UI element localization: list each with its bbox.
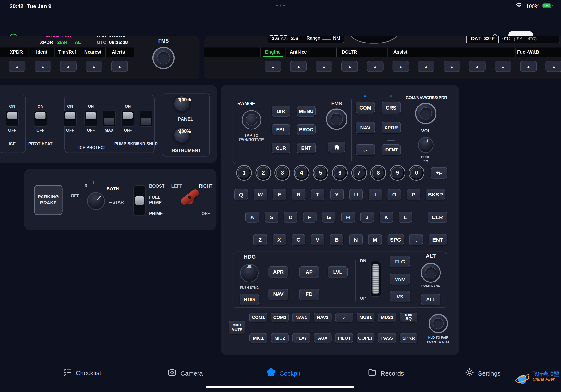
crs-button[interactable]: CRS (381, 102, 400, 113)
letter-key[interactable]: S (265, 211, 278, 223)
digit-key[interactable]: 4 (295, 166, 308, 179)
windshield-switch[interactable] (135, 104, 157, 133)
letter-key[interactable]: V (311, 234, 324, 245)
squelch-knob[interactable] (418, 137, 434, 153)
clear-key[interactable]: CLR (428, 211, 447, 223)
letter-key[interactable]: X (272, 234, 286, 245)
tab-checklist[interactable]: Checklist (63, 368, 101, 379)
letter-key[interactable]: P (407, 189, 420, 200)
audio-source-button[interactable]: AUX (314, 333, 332, 343)
letter-key[interactable]: U (349, 189, 363, 200)
ident-button[interactable]: IDENT (381, 144, 400, 155)
nav-mode-button[interactable]: NAV (268, 289, 288, 300)
lvl-button[interactable]: LVL (328, 266, 348, 278)
home-button[interactable] (328, 142, 345, 152)
fms-knob[interactable] (152, 47, 174, 69)
letter-key[interactable]: Y (330, 189, 344, 200)
audio-source-button[interactable]: COM1 (249, 313, 267, 322)
letter-key[interactable]: W (253, 189, 267, 200)
softkey-up-icon[interactable]: ▲ (367, 61, 383, 72)
softkey-up-icon[interactable]: ▲ (86, 61, 102, 72)
letter-key[interactable]: A (246, 211, 259, 223)
tab-camera[interactable]: Camera (167, 368, 203, 379)
audio-source-button[interactable]: ♪ (335, 313, 353, 322)
letter-key[interactable]: N (349, 234, 363, 245)
audio-source-button[interactable]: PASS (378, 333, 396, 343)
softkey-up-icon[interactable]: ▲ (495, 61, 511, 72)
softkey-up-icon[interactable]: ▲ (341, 61, 358, 72)
com-button[interactable]: COM (356, 102, 375, 113)
ent-button[interactable]: ENT (297, 143, 315, 154)
letter-key[interactable]: C (291, 234, 305, 245)
letter-key[interactable]: E (272, 189, 286, 200)
tab-cockpit[interactable]: Cockpit (266, 368, 301, 379)
letter-key[interactable]: I (368, 189, 382, 200)
tab-records[interactable]: Records (367, 368, 404, 379)
digit-key[interactable]: 5 (314, 166, 327, 179)
digit-key[interactable]: 0 (410, 166, 423, 179)
digit-key[interactable]: 1 (237, 166, 250, 179)
letter-key[interactable]: O (387, 189, 401, 200)
softkey-up-icon[interactable]: ▲ (520, 61, 537, 72)
letter-key[interactable]: T (311, 189, 324, 200)
audio-source-button[interactable]: MIC2 (271, 333, 289, 343)
audio-source-button[interactable]: PLAY (292, 333, 310, 343)
audio-source-button[interactable]: COPLT (357, 333, 375, 343)
letter-key[interactable]: M (368, 234, 382, 245)
xpdr-button[interactable]: XPDR (381, 122, 400, 133)
audio-source-button[interactable]: NAV2 (314, 313, 332, 322)
backspace-key[interactable]: BKSP (426, 189, 445, 200)
range-joystick[interactable] (242, 110, 261, 130)
letter-key[interactable]: R (292, 189, 305, 200)
softkey-up-icon[interactable]: ▲ (546, 61, 561, 72)
audio-source-button[interactable]: MUS1 (357, 313, 375, 322)
vnv-button[interactable]: VNV (390, 273, 410, 285)
vs-button[interactable]: VS (390, 291, 410, 302)
softkey-up-icon[interactable]: ▲ (393, 61, 409, 72)
audio-pair-knob[interactable] (429, 314, 448, 333)
ignition-knob[interactable] (87, 192, 105, 210)
letter-key[interactable]: D (284, 211, 297, 223)
rocker-switch[interactable] (34, 110, 47, 127)
letter-key[interactable]: L (399, 211, 412, 223)
softkey-up-icon[interactable]: ▲ (418, 61, 434, 72)
clr-button[interactable]: CLR (271, 143, 290, 154)
audio-source-button[interactable]: MUS2 (378, 313, 396, 322)
nav-button[interactable]: NAV (356, 122, 375, 133)
audio-source-button[interactable]: NAV1 (292, 313, 310, 322)
home-indicator[interactable] (206, 386, 354, 388)
digit-key[interactable]: 3 (276, 166, 289, 179)
alt-button[interactable]: ALT (421, 294, 441, 305)
apr-button[interactable]: APR (268, 266, 288, 278)
menu-button[interactable]: MENU (297, 106, 315, 117)
period-key[interactable]: . (409, 234, 423, 245)
audio-source-button[interactable]: COM2 (271, 313, 289, 322)
fms-knob[interactable] (326, 108, 347, 130)
fpl-button[interactable]: FPL (271, 124, 290, 135)
pitch-thumbwheel[interactable] (370, 261, 381, 297)
rocker-switch[interactable] (84, 110, 97, 127)
digit-key[interactable]: 7 (353, 166, 366, 179)
audio-source-button[interactable]: MIC1 (249, 333, 267, 343)
softkey-up-icon[interactable]: ▲ (60, 61, 76, 72)
digit-key[interactable]: 8 (372, 166, 385, 179)
letter-key[interactable]: G (322, 211, 336, 223)
fd-button[interactable]: FD (299, 289, 319, 300)
digit-key[interactable]: 9 (391, 166, 404, 179)
letter-key[interactable]: Z (253, 234, 267, 245)
audio-source-button[interactable]: PILOT (335, 333, 353, 343)
rocker-switch[interactable] (64, 110, 76, 127)
digit-key[interactable]: 6 (333, 166, 346, 179)
rocker-switch[interactable] (103, 110, 116, 127)
digit-key[interactable]: 2 (257, 166, 270, 179)
softkey-up-icon[interactable]: ▲ (443, 61, 460, 72)
letter-key[interactable]: J (360, 211, 374, 223)
softkey-up-icon[interactable]: ▲ (316, 61, 332, 72)
softkey-up-icon[interactable]: ▲ (111, 61, 128, 72)
dir-button[interactable]: DIR (271, 106, 290, 117)
mkr-mute-button[interactable]: MKR MUTE (229, 321, 245, 334)
enter-key[interactable]: ENT (429, 234, 447, 245)
flc-button[interactable]: FLC (390, 256, 410, 267)
rocker-switch[interactable] (6, 110, 19, 127)
space-key[interactable]: SPC (387, 234, 404, 245)
